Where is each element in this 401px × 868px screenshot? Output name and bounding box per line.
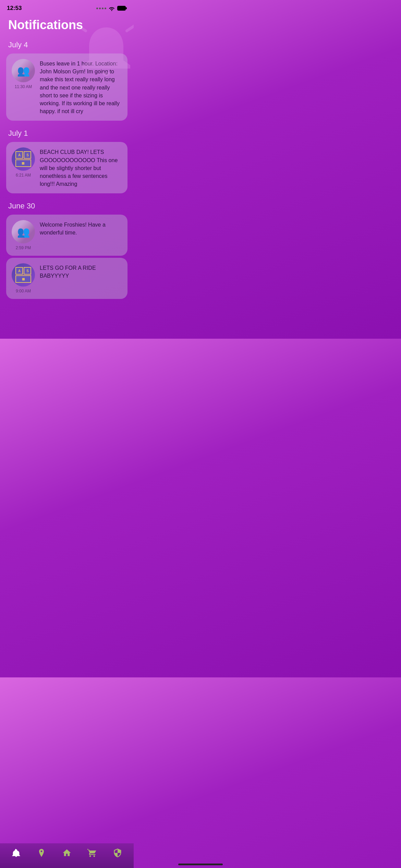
section-date-july1: July 1 (0, 126, 134, 142)
notification-text: Buses leave in 1 hour. Location: John Mo… (40, 59, 122, 115)
avatar: 👥 (12, 59, 35, 82)
battery-icon (117, 6, 127, 11)
notification-card[interactable]: A S ▦ 9:00 AM LETS GO FOR A RIDE BABYYYY… (6, 258, 127, 299)
avatar-col: A S ▦ 6:21 AM (12, 147, 35, 178)
notification-card[interactable]: A S ▦ 6:21 AM BEACH CLUB DAY! LETS GOOOO… (6, 142, 127, 193)
timestamp: 9:00 AM (16, 289, 31, 293)
svg-rect-1 (126, 7, 127, 9)
timestamp: 6:21 AM (16, 173, 31, 178)
signal-icon (96, 8, 106, 9)
svg-rect-0 (118, 6, 126, 11)
notification-text: Welcome Froshies! Have a wonderful time. (40, 220, 122, 237)
avatar: 👥 (12, 220, 35, 243)
timestamp: 2:59 PM (16, 245, 31, 250)
page-header: Notifications (0, 14, 134, 38)
status-time: 12:53 (7, 5, 22, 12)
avatar-col: A S ▦ 9:00 AM (12, 263, 35, 293)
avatar-col: 👥 11:30 AM (12, 59, 35, 89)
section-date-june30: June 30 (0, 199, 134, 215)
notifications-list-july4: 👥 11:30 AM Buses leave in 1 hour. Locati… (0, 53, 134, 123)
avatar-logo: A S ▦ (12, 263, 35, 287)
section-june30: June 30 👥 2:59 PM Welcome Froshies! Have… (0, 199, 134, 301)
section-date-july4: July 4 (0, 38, 134, 53)
status-icons (96, 6, 127, 11)
notification-text: LETS GO FOR A RIDE BABYYYYY (40, 263, 122, 280)
notifications-list-june30: 👥 2:59 PM Welcome Froshies! Have a wonde… (0, 215, 134, 301)
section-july1: July 1 A S ▦ (0, 126, 134, 195)
notification-card[interactable]: 👥 2:59 PM Welcome Froshies! Have a wonde… (6, 215, 127, 256)
avatar-logo: A S ▦ (12, 147, 35, 171)
notification-card[interactable]: 👥 11:30 AM Buses leave in 1 hour. Locati… (6, 53, 127, 121)
page-title: Notifications (8, 18, 125, 32)
status-bar: 12:53 (0, 0, 134, 14)
wifi-icon (108, 6, 115, 11)
notifications-list-july1: A S ▦ 6:21 AM BEACH CLUB DAY! LETS GOOOO… (0, 142, 134, 195)
notification-text: BEACH CLUB DAY! LETS GOOOOOOOOOOOO This … (40, 147, 122, 188)
timestamp: 11:30 AM (15, 84, 32, 89)
avatar-col: 👥 2:59 PM (12, 220, 35, 250)
section-july4: July 4 👥 11:30 AM Buses leave in 1 hour.… (0, 38, 134, 123)
